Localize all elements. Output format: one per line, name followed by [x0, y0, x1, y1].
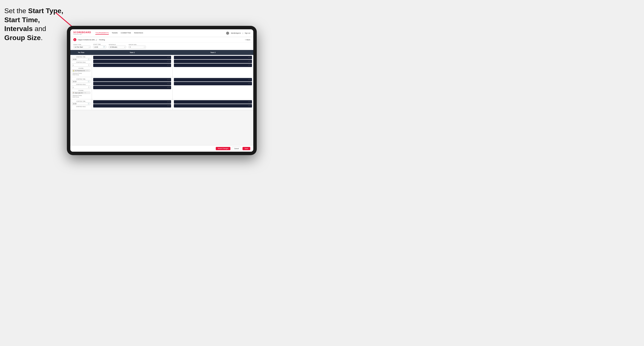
breadcrumb-logo-icon: C	[73, 38, 76, 41]
clock-icon: 🕐	[88, 81, 89, 82]
starting-hole-value-2[interactable]: 1 ▲▼	[72, 86, 90, 89]
nav-right: blair@clippd.io | Sign out	[226, 32, 250, 35]
starting-time-label-3: STARTING TIME:	[72, 101, 90, 102]
clock-icon: 🕐	[88, 103, 89, 105]
starting-time-value-1[interactable]: 10:00 🕐	[72, 58, 90, 61]
top-navigation: SCOREBOARD Powered by clipp... TOURNAMEN…	[70, 29, 253, 37]
breadcrumb-bar: C Clippd Invitational (Me...) › Hosting …	[70, 37, 253, 42]
remove-player-icon[interactable]: × ✎	[248, 61, 251, 62]
tablet-device: SCOREBOARD Powered by clipp... TOURNAMEN…	[67, 26, 257, 155]
table-row: STARTING TIME: 10:00 🕐 STARTING HOLE: 1 …	[70, 55, 253, 77]
starting-time-value-3[interactable]: 10:20 🕐	[72, 102, 90, 105]
add-group-btn-2[interactable]: + Add Group	[72, 96, 90, 98]
breadcrumb-tournament[interactable]: Clippd Invitational (Me...)	[78, 39, 97, 41]
starting-time-value-2[interactable]: 10:10 🕐	[72, 80, 90, 83]
nav-rankings[interactable]: RANKINGS	[134, 31, 143, 35]
cancel-button[interactable]: Cancel	[232, 147, 241, 150]
sign-out-link[interactable]: Sign out	[245, 32, 250, 34]
course-tag-1[interactable]: ⛳ (A) Peachtree GC × ✎	[72, 69, 90, 72]
course-label-2: COURSE:	[72, 90, 90, 91]
remove-player-icon[interactable]: × ✎	[248, 83, 251, 84]
remove-player-icon[interactable]: × ✎	[167, 83, 170, 84]
group-2-team1: × ✎ × ✎ × ✎	[92, 77, 172, 99]
team2-header: Team 2	[172, 51, 253, 54]
stepper-icon: ▲▼	[88, 86, 89, 88]
start-type-label: Start Type	[73, 44, 90, 45]
remove-player-icon[interactable]: × ✎	[167, 61, 170, 62]
list-item: × ✎	[174, 78, 252, 81]
start-time-input[interactable]: 10:00 🕐	[93, 45, 106, 48]
edit-course-icon[interactable]: ✎	[85, 92, 86, 94]
remove-group-btn-2[interactable]: ○ Remove Group	[72, 95, 90, 96]
list-item: × ✎	[93, 60, 171, 63]
instruction-text: Set the Start Type, Start Time, Interval…	[4, 6, 69, 42]
start-time-label: Start Time	[93, 44, 106, 45]
list-item: × ✎	[93, 86, 171, 89]
tablet-screen: SCOREBOARD Powered by clipp... TOURNAMEN…	[70, 29, 253, 152]
remove-player-icon[interactable]: × ✎	[167, 105, 170, 107]
logo-sub: Powered by clipp...	[73, 34, 91, 35]
breadcrumb-section: Hosting	[99, 39, 105, 41]
tee-time-header: Tee Time	[70, 51, 92, 54]
start-type-group: Start Type 1st Tee Start ▾	[73, 44, 90, 48]
starting-time-label-2: STARTING TIME:	[72, 78, 90, 80]
circle-icon: ○	[72, 95, 72, 96]
remove-course-icon[interactable]: ×	[86, 70, 87, 71]
user-email: blair@clippd.io	[231, 32, 241, 34]
remove-course-icon[interactable]: ×	[84, 92, 84, 94]
list-item: × ✎	[174, 56, 252, 59]
back-button[interactable]: < Back	[245, 39, 250, 41]
remove-player-icon[interactable]: × ✎	[248, 64, 251, 66]
nav-teams[interactable]: TEAMS	[112, 31, 118, 35]
list-item: × ✎	[174, 100, 252, 104]
reset-changes-button[interactable]: Reset Changes	[216, 147, 230, 150]
add-group-btn-1[interactable]: + Add Group	[72, 74, 90, 75]
logo-text: SCOREBOARD	[73, 31, 91, 34]
course-tag-2[interactable]: 🏌 East Lake GC × ✎	[72, 92, 90, 94]
action-bar: Reset Changes Cancel Save	[70, 145, 253, 152]
remove-player-icon[interactable]: × ✎	[167, 57, 170, 58]
table-row: STARTING TIME: 10:10 🕐 STARTING HOLE: 1 …	[70, 77, 253, 99]
intervals-group: Intervals 10 Minutes ▾	[109, 44, 126, 48]
save-button[interactable]: Save	[242, 147, 250, 150]
group-size-group: Group Size 3 ⇕	[128, 44, 146, 48]
remove-player-icon[interactable]: × ✎	[167, 79, 170, 81]
start-type-select[interactable]: 1st Tee Start ▾	[73, 46, 90, 48]
group-3-team2: × ✎ × ✎	[172, 99, 253, 110]
course-tag-icon: ⛳	[73, 70, 74, 71]
starting-hole-label-3: STARTING HOLE:	[72, 106, 90, 107]
list-item: × ✎	[174, 64, 252, 67]
group-2-team2: × ✎ × ✎	[172, 77, 253, 99]
intervals-label: Intervals	[109, 44, 126, 45]
starting-hole-value-1[interactable]: 1 ▲▼	[72, 63, 90, 67]
user-avatar	[226, 32, 229, 35]
stepper-icon: ▲▼	[88, 64, 89, 66]
starting-hole-label-1: STARTING HOLE:	[72, 62, 90, 63]
remove-player-icon[interactable]: × ✎	[248, 105, 251, 107]
team1-header: Team 1	[92, 51, 172, 54]
remove-player-icon[interactable]: × ✎	[248, 101, 251, 103]
group-1-left: STARTING TIME: 10:00 🕐 STARTING HOLE: 1 …	[70, 55, 92, 77]
nav-tournaments[interactable]: TOURNAMENTS	[95, 31, 109, 35]
remove-player-icon[interactable]: × ✎	[248, 57, 251, 58]
remove-group-btn-1[interactable]: ○ Remove Group	[72, 72, 90, 74]
tee-table: Tee Time Team 1 Team 2 STARTING TIME: 10…	[70, 50, 253, 145]
nav-links: TOURNAMENTS TEAMS COMMITTEE RANKINGS	[95, 31, 226, 35]
intervals-select[interactable]: 10 Minutes ▾	[109, 46, 126, 48]
nav-separator: |	[242, 32, 243, 34]
course-label-1: COURSE:	[72, 68, 90, 69]
list-item: × ✎	[174, 82, 252, 85]
chevron-down-icon: ▾	[89, 46, 90, 48]
chevron-down-icon: ▾	[124, 46, 125, 48]
group-size-label: Group Size	[128, 44, 146, 45]
remove-player-icon[interactable]: × ✎	[167, 101, 170, 103]
edit-course-icon[interactable]: ✎	[88, 70, 88, 71]
remove-player-icon[interactable]: × ✎	[167, 87, 170, 88]
group-size-select[interactable]: 3 ⇕	[128, 46, 146, 48]
list-item: × ✎	[93, 78, 171, 81]
remove-player-icon[interactable]: × ✎	[167, 64, 170, 66]
group-3-left: STARTING TIME: 10:20 🕐 STARTING HOLE:	[70, 99, 92, 110]
start-time-group: Start Time 10:00 🕐	[93, 44, 106, 48]
remove-player-icon[interactable]: × ✎	[248, 79, 251, 81]
nav-committee[interactable]: COMMITTEE	[120, 31, 131, 35]
